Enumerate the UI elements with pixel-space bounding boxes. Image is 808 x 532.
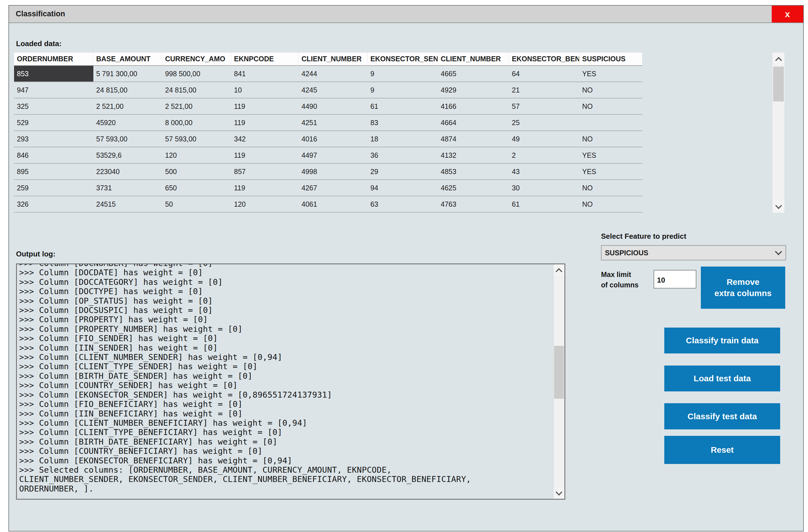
table-cell[interactable]: NO xyxy=(580,98,642,114)
table-scrollbar-thumb[interactable] xyxy=(773,67,784,102)
table-cell[interactable]: 2 xyxy=(509,147,580,163)
table-cell[interactable]: 57 593,00 xyxy=(162,131,231,147)
table-cell[interactable]: 4166 xyxy=(438,98,509,114)
load-test-data-button[interactable]: Load test data xyxy=(664,366,780,391)
table-cell[interactable]: 119 xyxy=(231,180,299,196)
table-cell[interactable]: YES xyxy=(580,66,642,81)
table-scroll-down-button[interactable] xyxy=(773,201,784,213)
table-cell[interactable]: 529 xyxy=(14,115,93,130)
table-cell[interactable]: 853 xyxy=(14,66,93,81)
table-cell[interactable]: 49 xyxy=(509,131,580,147)
table-cell[interactable]: 4998 xyxy=(299,164,368,179)
table-cell[interactable]: 24515 xyxy=(93,196,162,212)
table-scroll-up-button[interactable] xyxy=(773,53,784,65)
table-cell[interactable]: 3731 xyxy=(93,180,162,196)
table-cell[interactable]: 61 xyxy=(368,98,438,114)
table-cell[interactable]: 53529,6 xyxy=(93,147,162,163)
table-cell[interactable]: 83 xyxy=(368,115,438,130)
table-cell[interactable]: 94 xyxy=(368,180,438,196)
column-header[interactable]: EKONSECTOR_SEN xyxy=(368,53,438,65)
table-cell[interactable]: 29 xyxy=(368,164,438,179)
table-cell[interactable]: 2 521,00 xyxy=(162,98,231,114)
reset-button[interactable]: Reset xyxy=(664,436,780,464)
table-cell[interactable]: 326 xyxy=(14,196,93,212)
table-cell[interactable] xyxy=(580,115,642,130)
log-scrollbar-thumb[interactable] xyxy=(554,346,564,399)
table-cell[interactable]: 24 815,00 xyxy=(162,82,231,98)
table-cell[interactable]: 64 xyxy=(509,66,580,81)
table-cell[interactable]: 50 xyxy=(162,196,231,212)
classify-test-data-button[interactable]: Classify test data xyxy=(664,403,780,429)
table-cell[interactable]: 4763 xyxy=(438,196,509,212)
table-cell[interactable]: 9 xyxy=(368,82,438,98)
table-cell[interactable]: 30 xyxy=(509,180,580,196)
table-cell[interactable]: 895 xyxy=(14,164,93,179)
table-cell[interactable]: 650 xyxy=(162,180,231,196)
table-cell[interactable]: 4929 xyxy=(438,82,509,98)
table-cell[interactable]: 4625 xyxy=(438,180,509,196)
table-cell[interactable]: 18 xyxy=(368,131,438,147)
table-scrollbar[interactable] xyxy=(773,53,784,213)
table-cell[interactable]: 57 xyxy=(509,98,580,114)
output-log-box[interactable]: >>> Column [DOCNUMBER] has weight = [0]>… xyxy=(16,263,565,500)
table-cell[interactable]: 43 xyxy=(509,164,580,179)
table-cell[interactable]: 4490 xyxy=(299,98,368,114)
table-cell[interactable]: 223040 xyxy=(93,164,162,179)
table-cell[interactable]: 119 xyxy=(231,98,299,114)
column-header[interactable]: EKONSECTOR_BEN xyxy=(509,53,580,65)
log-scroll-up-button[interactable] xyxy=(553,264,565,276)
table-cell[interactable]: 4132 xyxy=(438,147,509,163)
table-cell[interactable]: 120 xyxy=(162,147,231,163)
table-cell[interactable]: 25 xyxy=(509,115,580,130)
table-cell[interactable]: 998 500,00 xyxy=(162,66,231,81)
column-header[interactable]: CLIENT_NUMBER xyxy=(438,53,509,65)
log-scrollbar[interactable] xyxy=(553,264,565,499)
table-cell[interactable]: 259 xyxy=(14,180,93,196)
table-cell[interactable]: 846 xyxy=(14,147,93,163)
table-cell[interactable]: 4245 xyxy=(299,82,368,98)
table-cell[interactable]: NO xyxy=(580,131,642,147)
table-cell[interactable]: 4664 xyxy=(438,115,509,130)
table-cell[interactable]: 119 xyxy=(231,147,299,163)
feature-dropdown[interactable]: SUSPICIOUS xyxy=(601,245,786,260)
table-cell[interactable]: 325 xyxy=(14,98,93,114)
table-cell[interactable]: 61 xyxy=(509,196,580,212)
table-cell[interactable]: 4497 xyxy=(299,147,368,163)
table-cell[interactable]: 57 593,00 xyxy=(93,131,162,147)
table-cell[interactable]: 8 000,00 xyxy=(162,115,231,130)
table-cell[interactable]: NO xyxy=(580,82,642,98)
table-cell[interactable]: 4665 xyxy=(438,66,509,81)
table-cell[interactable]: 947 xyxy=(14,82,93,98)
table-cell[interactable]: 4016 xyxy=(299,131,368,147)
table-cell[interactable]: 841 xyxy=(231,66,299,81)
table-cell[interactable]: 36 xyxy=(368,147,438,163)
column-header[interactable]: EKNPCODE xyxy=(231,53,299,65)
remove-extra-columns-button[interactable]: Remove extra columns xyxy=(701,267,785,309)
table-cell[interactable]: 293 xyxy=(14,131,93,147)
table-cell[interactable]: 9 xyxy=(368,66,438,81)
column-header[interactable]: SUSPICIOUS xyxy=(580,53,642,65)
table-cell[interactable]: 4251 xyxy=(299,115,368,130)
table-cell[interactable]: 4061 xyxy=(299,196,368,212)
column-header[interactable]: ORDERNUMBER xyxy=(14,53,93,65)
table-cell[interactable]: 4244 xyxy=(299,66,368,81)
table-cell[interactable]: 5 791 300,00 xyxy=(93,66,162,81)
table-cell[interactable]: 342 xyxy=(231,131,299,147)
close-button[interactable]: x xyxy=(772,6,803,22)
classify-train-data-button[interactable]: Classify train data xyxy=(664,328,780,353)
table-cell[interactable]: YES xyxy=(580,147,642,163)
table-cell[interactable]: 63 xyxy=(368,196,438,212)
table-cell[interactable]: 4267 xyxy=(299,180,368,196)
table-cell[interactable]: 500 xyxy=(162,164,231,179)
table-cell[interactable]: YES xyxy=(580,164,642,179)
table-cell[interactable]: 10 xyxy=(231,82,299,98)
column-header[interactable]: BASE_AMOUNT xyxy=(93,53,162,65)
table-cell[interactable]: 120 xyxy=(231,196,299,212)
table-cell[interactable]: NO xyxy=(580,180,642,196)
table-cell[interactable]: 45920 xyxy=(93,115,162,130)
table-cell[interactable]: 2 521,00 xyxy=(93,98,162,114)
table-cell[interactable]: NO xyxy=(580,196,642,212)
table-cell[interactable]: 857 xyxy=(231,164,299,179)
title-bar[interactable]: Classification x xyxy=(9,6,803,23)
table-cell[interactable]: 4874 xyxy=(438,131,509,147)
